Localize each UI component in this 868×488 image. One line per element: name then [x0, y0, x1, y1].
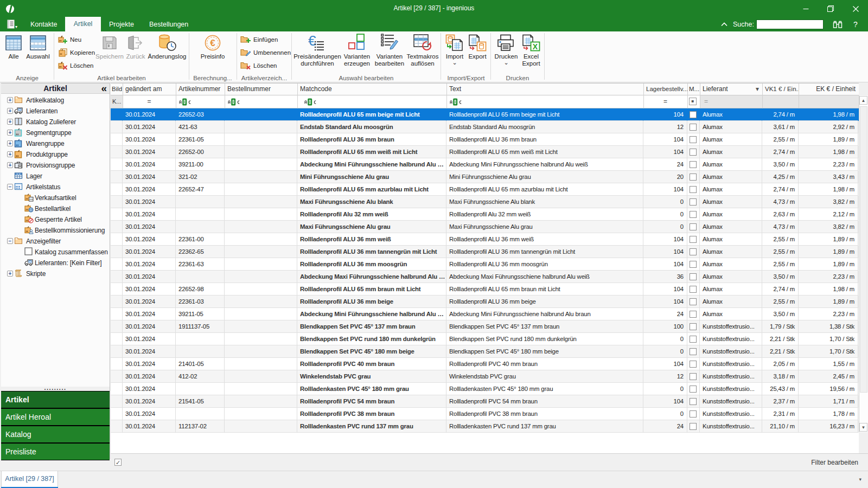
svg-text:€: €	[210, 38, 215, 48]
svg-text:€: €	[308, 33, 316, 49]
svg-text:X: X	[533, 42, 538, 51]
